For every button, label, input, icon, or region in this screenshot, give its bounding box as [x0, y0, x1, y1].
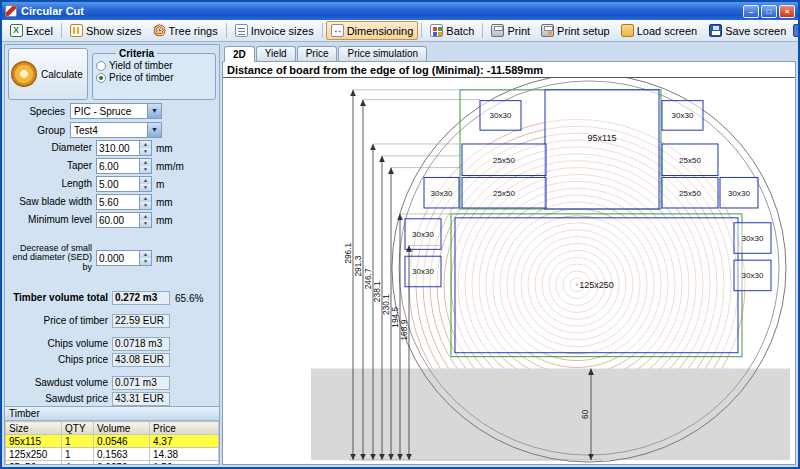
drawing-title: Distance of board from the edge of log (…	[223, 62, 795, 78]
board-25x50[interactable]: 25x50	[662, 144, 718, 176]
window-controls: – □ ×	[743, 5, 795, 18]
spinner[interactable]: ▲▼	[140, 176, 152, 192]
table-row[interactable]: 125x25010.156314.38	[6, 448, 219, 461]
save-screen-icon	[709, 24, 722, 37]
toolbar-button-invoice-sizes[interactable]: Invoice sizes	[230, 21, 319, 40]
spinner[interactable]: ▲▼	[140, 158, 152, 174]
spinner[interactable]: ▲▼	[140, 212, 152, 228]
calculate-criteria-box: Calculate Criteria Yield of timberPrice …	[8, 48, 216, 100]
minimize-button[interactable]: –	[743, 5, 759, 18]
calculate-button[interactable]: Calculate	[8, 48, 88, 100]
spinner-up-icon[interactable]: ▲	[140, 213, 151, 220]
spinner[interactable]: ▲▼	[140, 194, 152, 210]
drawing-panel: Distance of board from the edge of log (…	[222, 61, 796, 465]
toolbar-button-batch[interactable]: Batch	[425, 21, 479, 40]
board-125x250[interactable]: 125x250	[455, 218, 738, 353]
screen-icon[interactable]	[793, 24, 800, 37]
unit-label: mm/m	[152, 161, 184, 172]
load-screen-icon	[621, 24, 634, 37]
toolbar-button-print-setup[interactable]: Print setup	[536, 21, 615, 40]
summary-label: Chips volume	[8, 339, 112, 350]
table-row[interactable]: 25x5040.02501.50	[6, 461, 219, 465]
print-setup-icon	[541, 24, 554, 37]
board-30x30[interactable]: 30x30	[734, 260, 771, 291]
spinner-up-icon[interactable]: ▲	[140, 251, 151, 258]
toolbar-button-print[interactable]: Print	[486, 21, 535, 40]
toolbar-left: ExcelShow sizesTree ringsInvoice sizesDi…	[5, 21, 615, 40]
tab-yield[interactable]: Yield	[256, 46, 296, 61]
column-header-size[interactable]: Size	[6, 422, 62, 435]
board-30x30[interactable]: 30x30	[720, 177, 758, 208]
board-30x30[interactable]: 30x30	[424, 177, 459, 208]
group-dropdown[interactable]: Test4▼	[70, 122, 162, 138]
sidebar: Calculate Criteria Yield of timberPrice …	[4, 44, 220, 465]
spinner-up-icon[interactable]: ▲	[140, 159, 151, 166]
toolbar-button-save-screen[interactable]: Save screen	[704, 21, 791, 40]
field-label: Minimum level	[8, 215, 96, 226]
board-30x30[interactable]: 30x30	[480, 101, 521, 131]
close-button[interactable]: ×	[779, 5, 795, 18]
board-30x30[interactable]: 30x30	[662, 101, 703, 131]
tab-2d[interactable]: 2D	[224, 46, 255, 62]
print-icon	[491, 24, 504, 37]
summary-label: Timber volume total	[8, 293, 112, 304]
spinner-down-icon[interactable]: ▼	[140, 148, 151, 155]
table-cell: 1.50	[150, 461, 219, 465]
dimension-label: 60	[580, 409, 590, 419]
column-header-price[interactable]: Price	[150, 422, 219, 435]
board-25x50[interactable]: 25x50	[462, 144, 546, 176]
minimum-level-input[interactable]: 60.00	[96, 212, 140, 228]
spinner-down-icon[interactable]: ▼	[140, 258, 151, 265]
unit-label: mm	[152, 253, 173, 264]
table-row[interactable]: 95x11510.05464.37	[6, 435, 219, 448]
criteria-title: Criteria	[116, 48, 157, 59]
species-dropdown[interactable]: PIC - Spruce▼	[70, 103, 162, 119]
maximize-button[interactable]: □	[761, 5, 777, 18]
board-30x30[interactable]: 30x30	[734, 223, 771, 254]
spinner[interactable]: ▲▼	[140, 140, 152, 156]
criteria-radio-price-of-timber[interactable]: Price of timber	[96, 72, 212, 83]
toolbar-button-excel[interactable]: Excel	[5, 21, 58, 40]
tab-price[interactable]: Price	[297, 46, 338, 61]
radio-label: Yield of timber	[109, 60, 173, 71]
tree-rings-icon	[153, 24, 166, 37]
toolbar-button-dimensioning[interactable]: Dimensioning	[326, 21, 419, 40]
tab-price-simulation[interactable]: Price simulation	[338, 46, 427, 61]
table-header-row: SizeQTYVolumePrice	[6, 422, 219, 435]
column-header-qty[interactable]: QTY	[62, 422, 94, 435]
toolbar-button-load-screen[interactable]: Load screen	[616, 21, 703, 40]
decrease-of-small-end-diameter-sed-by-input[interactable]: 0.000	[96, 250, 140, 266]
spinner[interactable]: ▲▼	[140, 250, 152, 266]
board-label: 25x50	[493, 189, 515, 198]
chips-price-value: 43.08 EUR	[112, 353, 170, 367]
spinner-down-icon[interactable]: ▼	[140, 202, 151, 209]
table-cell: 25x50	[6, 461, 62, 465]
spinner-up-icon[interactable]: ▲	[140, 177, 151, 184]
board-25x50[interactable]: 25x50	[662, 177, 718, 208]
spinner-up-icon[interactable]: ▲	[140, 195, 151, 202]
field-row-diameter: Diameter310.00▲▼mm	[8, 140, 216, 156]
field-row-minimum-level: Minimum level60.00▲▼mm	[8, 212, 216, 228]
radio-icon	[96, 61, 106, 71]
toolbar-button-tree-rings[interactable]: Tree rings	[148, 21, 223, 40]
board-label: 30x30	[672, 111, 694, 120]
toolbar-button-label: Show sizes	[86, 25, 142, 37]
board-95x115[interactable]: 95x115	[545, 90, 659, 209]
saw-blade-width-input[interactable]: 5.60	[96, 194, 140, 210]
criteria-radio-yield-of-timber[interactable]: Yield of timber	[96, 60, 212, 71]
timber-volume-total-value: 0.272 m3	[112, 291, 170, 305]
toolbar-button-show-sizes[interactable]: Show sizes	[65, 21, 147, 40]
column-header-volume[interactable]: Volume	[94, 422, 150, 435]
spinner-down-icon[interactable]: ▼	[140, 166, 151, 173]
board-30x30[interactable]: 30x30	[405, 256, 441, 287]
board-label: 95x115	[588, 133, 617, 143]
length-input[interactable]: 5.00	[96, 176, 140, 192]
toolbar-separator	[482, 23, 483, 38]
diameter-input[interactable]: 310.00	[96, 140, 140, 156]
spinner-up-icon[interactable]: ▲	[140, 141, 151, 148]
board-30x30[interactable]: 30x30	[405, 219, 441, 250]
taper-input[interactable]: 6.00	[96, 158, 140, 174]
spinner-down-icon[interactable]: ▼	[140, 220, 151, 227]
spinner-down-icon[interactable]: ▼	[140, 184, 151, 191]
board-25x50[interactable]: 25x50	[462, 177, 546, 208]
